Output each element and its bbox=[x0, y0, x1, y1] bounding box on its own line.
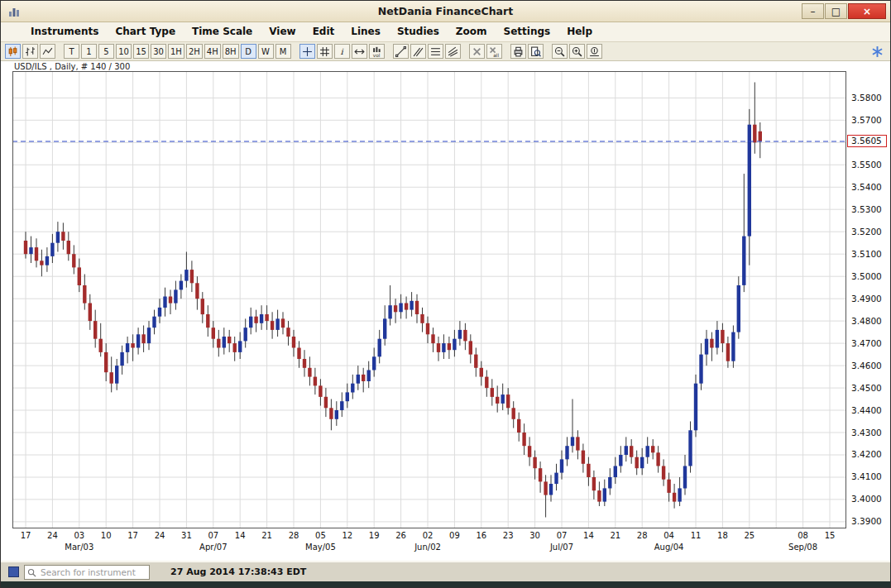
time-axis-day-label: 21 bbox=[605, 531, 626, 540]
time-axis-day-label: 24 bbox=[149, 531, 170, 540]
print-button[interactable] bbox=[510, 44, 526, 59]
print-preview-button[interactable] bbox=[528, 44, 544, 59]
app-icon[interactable] bbox=[7, 5, 21, 18]
delete-all-button[interactable]: all bbox=[486, 44, 502, 59]
time-axis-day-label: 19 bbox=[363, 531, 385, 540]
menu-zoom[interactable]: Zoom bbox=[448, 22, 496, 41]
timeframe-30min-button[interactable]: 30 bbox=[151, 44, 166, 59]
menu-settings[interactable]: Settings bbox=[496, 22, 559, 41]
chart-region: USD/ILS , Daily, # 140 / 300 3.39003.400… bbox=[1, 61, 890, 561]
toolbar-button-label: 8H bbox=[225, 47, 237, 56]
info-button[interactable]: i bbox=[334, 44, 350, 59]
timeframe-daily-button[interactable]: D bbox=[241, 44, 256, 59]
time-axis-day-label: 17 bbox=[122, 531, 144, 540]
timeframe-5min-button[interactable]: 5 bbox=[98, 44, 114, 59]
time-axis-day-label: 28 bbox=[283, 531, 304, 540]
menu-edit[interactable]: Edit bbox=[304, 22, 343, 41]
line-chart-button[interactable] bbox=[40, 44, 55, 59]
minimize-button[interactable]: – bbox=[802, 3, 824, 19]
price-axis-label: 3.5000 bbox=[851, 271, 889, 281]
toolbar-button-label: 10 bbox=[118, 47, 129, 56]
timeframe-1min-button[interactable]: 1 bbox=[81, 44, 97, 59]
menu-bar: InstrumentsChart TypeTime ScaleViewEditL… bbox=[1, 22, 890, 42]
timeframe-10min-button[interactable]: 10 bbox=[116, 44, 132, 59]
volume-button[interactable]: vol bbox=[369, 44, 385, 59]
delete-study-button[interactable] bbox=[469, 44, 485, 59]
zoom-out-button[interactable] bbox=[552, 44, 568, 59]
grid-button[interactable] bbox=[317, 44, 333, 59]
timeframe-8hour-button[interactable]: 8H bbox=[223, 44, 239, 59]
time-axis-day-label: 12 bbox=[337, 531, 358, 540]
timeframe-4hour-button[interactable]: 4H bbox=[204, 44, 221, 59]
timeframe-1hour-button[interactable]: 1H bbox=[168, 44, 184, 59]
menu-time-scale[interactable]: Time Scale bbox=[184, 22, 261, 41]
price-axis-label: 3.5800 bbox=[851, 93, 889, 103]
toolbar-button-label: 5 bbox=[103, 47, 108, 56]
candlestick-chart-button[interactable] bbox=[5, 44, 21, 59]
crosshair-button[interactable] bbox=[299, 44, 315, 59]
time-axis-day-label: 04 bbox=[659, 531, 680, 540]
time-axis-day-label: 21 bbox=[256, 531, 278, 540]
zoom-in-button[interactable] bbox=[569, 44, 585, 59]
time-axis-month-label: Jul/07 bbox=[543, 543, 581, 552]
price-axis-label: 3.5200 bbox=[851, 227, 889, 237]
candlestick-chart[interactable] bbox=[12, 71, 846, 528]
menu-studies[interactable]: Studies bbox=[389, 22, 448, 41]
toolbar-button-label: M bbox=[280, 47, 287, 56]
time-axis-day-label: 07 bbox=[203, 531, 224, 540]
time-axis-month-label: Aug/04 bbox=[650, 543, 688, 552]
menu-view[interactable]: View bbox=[261, 22, 304, 41]
time-axis-month-label: May/05 bbox=[301, 543, 339, 552]
timeframe-2hour-button[interactable]: 2H bbox=[186, 44, 203, 59]
menu-chart-type[interactable]: Chart Type bbox=[107, 22, 184, 41]
candlestick-icon bbox=[7, 46, 18, 57]
toolbar-button-label: 15 bbox=[136, 47, 146, 56]
toolbar-button-label: D bbox=[245, 47, 251, 56]
time-axis-month-label: Sep/08 bbox=[784, 543, 822, 552]
search-icon bbox=[27, 568, 36, 577]
x-icon bbox=[472, 46, 482, 57]
search-input[interactable] bbox=[39, 566, 142, 578]
maximize-button[interactable]: □ bbox=[825, 3, 847, 19]
scroll-horizontal-button[interactable] bbox=[352, 44, 367, 59]
toolbar-button-label: T bbox=[69, 47, 74, 56]
menu-instruments[interactable]: Instruments bbox=[22, 22, 107, 41]
zoom-reset-button[interactable] bbox=[587, 44, 602, 59]
pitchfork-button[interactable] bbox=[445, 44, 461, 59]
harrow-icon bbox=[354, 46, 365, 57]
time-axis-day-label: 09 bbox=[443, 531, 465, 540]
price-axis-label: 3.5700 bbox=[851, 115, 889, 125]
time-axis-day-label: 02 bbox=[417, 531, 438, 540]
toolbar-button-label: 1 bbox=[86, 47, 91, 56]
timeframe-15min-button[interactable]: 15 bbox=[133, 44, 149, 59]
caption-buttons: – □ × bbox=[802, 3, 886, 19]
trend-line-button[interactable] bbox=[393, 44, 409, 59]
printer-icon bbox=[513, 46, 524, 57]
time-axis-day-label: 07 bbox=[551, 531, 572, 540]
link-group-button[interactable] bbox=[8, 566, 19, 577]
time-axis-day-label: 31 bbox=[175, 531, 197, 540]
time-axis-day-label: 26 bbox=[390, 531, 412, 540]
preview-icon bbox=[530, 46, 541, 57]
toolbar-button-label: 1H bbox=[170, 47, 182, 56]
link-charts-button[interactable] bbox=[870, 45, 884, 59]
menu-help[interactable]: Help bbox=[558, 22, 601, 41]
menu-lines[interactable]: Lines bbox=[343, 22, 389, 41]
fibonacci-button[interactable] bbox=[428, 44, 443, 59]
price-axis-label: 3.4200 bbox=[851, 449, 889, 459]
time-axis-day-label: 03 bbox=[69, 531, 90, 540]
timeframe-monthly-button[interactable]: M bbox=[275, 44, 291, 59]
fib-icon bbox=[430, 46, 441, 57]
close-button[interactable]: × bbox=[848, 3, 886, 19]
parallel-lines-button[interactable] bbox=[410, 44, 426, 59]
time-axis-day-label: 15 bbox=[819, 531, 841, 540]
price-axis-label: 3.5500 bbox=[851, 160, 889, 170]
timeframe-tick-button[interactable]: T bbox=[64, 44, 79, 59]
instrument-search-box[interactable] bbox=[24, 565, 150, 580]
svg-text:vol: vol bbox=[372, 52, 380, 56]
vol-icon: vol bbox=[371, 46, 382, 57]
link-asterisk-icon bbox=[871, 45, 884, 58]
bar-chart-button[interactable] bbox=[22, 44, 38, 59]
price-axis-label: 3.4800 bbox=[851, 316, 889, 326]
timeframe-weekly-button[interactable]: W bbox=[258, 44, 274, 59]
